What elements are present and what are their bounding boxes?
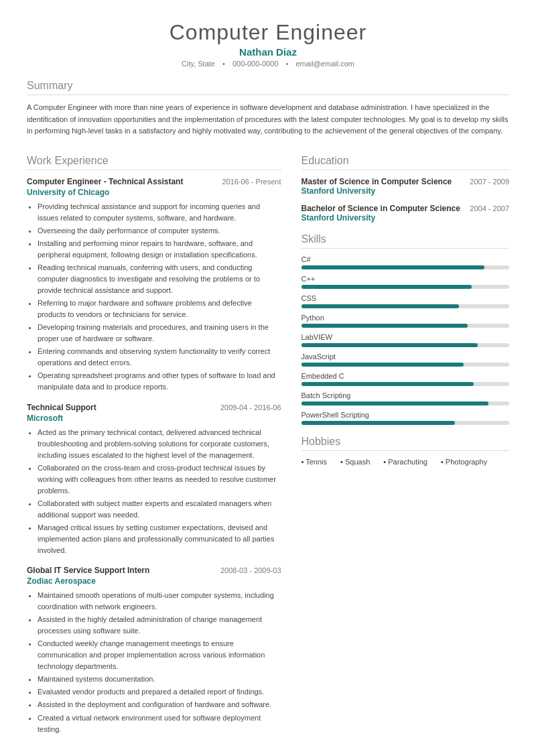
candidate-name: Nathan Diaz — [27, 46, 509, 58]
job-dates-1: 2016-06 - Present — [222, 178, 281, 186]
list-item: Managed critical issues by setting custo… — [38, 522, 281, 556]
skills-section: Skills C# C++ CSS Python LabVIEW — [302, 233, 510, 425]
job-title-1: Computer Engineer - Technical Assistant — [27, 177, 183, 186]
resume-header: Computer Engineer Nathan Diaz City, Stat… — [27, 20, 509, 68]
list-item: Maintained systems documentation. — [38, 674, 281, 685]
summary-section: Summary A Computer Engineer with more th… — [27, 80, 509, 137]
skill-row: LabVIEW — [302, 333, 510, 347]
skill-bar-bg — [302, 324, 510, 328]
job-dates-3: 2008-03 - 2009-03 — [220, 566, 281, 574]
skill-row: C++ — [302, 275, 510, 289]
skill-row: C# — [302, 255, 510, 269]
job-entry-1: Computer Engineer - Technical Assistant … — [27, 177, 281, 393]
job-dates-2: 2009-04 - 2016-06 — [220, 403, 281, 412]
skill-row: CSS — [302, 294, 510, 308]
edu-school-2: Stanford University — [302, 213, 510, 223]
job-bullets-2: Acted as the primary technical contact, … — [38, 427, 281, 557]
skill-bar-fill — [302, 265, 484, 269]
edu-header-1: Master of Science in Computer Science 20… — [302, 177, 510, 186]
summary-title: Summary — [27, 80, 509, 95]
skill-bar-fill — [302, 421, 456, 425]
skill-bar-fill — [302, 401, 488, 405]
skill-name: CSS — [302, 294, 510, 302]
list-item: Maintained smooth operations of multi-us… — [38, 590, 281, 613]
skill-bar-bg — [302, 265, 510, 269]
edu-school-1: Stanford University — [302, 186, 510, 196]
list-item: Developing training materials and proced… — [38, 322, 281, 344]
edu-entry-1: Master of Science in Computer Science 20… — [302, 177, 510, 196]
list-item: Created a virtual network environment us… — [38, 712, 281, 735]
list-item: Installing and performing minor repairs … — [38, 238, 281, 261]
list-item: Reading technical manuals, conferring wi… — [38, 262, 281, 296]
job-entry-2: Technical Support 2009-04 - 2016-06 Micr… — [27, 403, 281, 557]
hobby-item: Squash — [340, 458, 370, 466]
job-header-1: Computer Engineer - Technical Assistant … — [27, 177, 281, 186]
list-item: Overseeing the daily performance of comp… — [38, 225, 281, 237]
list-item: Evaluated vendor products and prepared a… — [38, 686, 281, 698]
job-company-3: Zodiac Aerospace — [27, 576, 281, 586]
skill-row: Python — [302, 314, 510, 328]
skill-row: PowerShell Scripting — [302, 411, 510, 425]
edu-degree-1: Master of Science in Computer Science — [302, 177, 452, 186]
left-column: Work Experience Computer Engineer - Tech… — [27, 144, 281, 745]
skill-bar-bg — [302, 363, 510, 367]
list-item: Collaborated with subject matter experts… — [38, 498, 281, 521]
list-item: Collaborated on the cross-team and cross… — [38, 462, 281, 497]
skills-title: Skills — [302, 233, 510, 249]
list-item: Assisted in the deployment and configura… — [38, 699, 281, 710]
hobby-item: Parachuting — [383, 458, 427, 466]
skill-row: Batch Scripting — [302, 391, 510, 405]
list-item: Assisted in the highly detailed administ… — [38, 614, 281, 637]
edu-dates-2: 2004 - 2007 — [470, 204, 509, 212]
skill-name: Python — [302, 314, 510, 322]
hobby-item: Photography — [441, 458, 487, 466]
list-item: Conducted weekly change management meeti… — [38, 638, 281, 672]
job-title-3: Global IT Service Support Intern — [27, 566, 149, 575]
skill-bar-bg — [302, 421, 510, 425]
two-column-layout: Work Experience Computer Engineer - Tech… — [27, 144, 509, 745]
skill-name: JavaScript — [302, 353, 510, 361]
email: email@email.com — [295, 60, 354, 68]
skill-bar-bg — [302, 382, 510, 386]
skill-name: C# — [302, 255, 510, 263]
work-experience-title: Work Experience — [27, 155, 281, 170]
list-item: Providing technical assistance and suppo… — [38, 201, 281, 224]
job-header-2: Technical Support 2009-04 - 2016-06 — [27, 403, 281, 412]
skill-bar-fill — [302, 324, 468, 328]
skills-list: C# C++ CSS Python LabVIEW Java — [302, 255, 510, 425]
skill-name: C++ — [302, 275, 510, 283]
edu-degree-2: Bachelor of Science in Computer Science — [302, 204, 460, 213]
phone: 000-000-0000 — [232, 60, 279, 68]
job-company-2: Microsoft — [27, 414, 281, 423]
skill-bar-bg — [302, 401, 510, 405]
list-item: Referring to major hardware and software… — [38, 298, 281, 320]
list-item: Entering commands and observing system f… — [38, 346, 281, 369]
edu-header-2: Bachelor of Science in Computer Science … — [302, 204, 510, 213]
list-item: Operating spreadsheet programs and other… — [38, 370, 281, 393]
education-section: Education Master of Science in Computer … — [302, 155, 510, 223]
skill-bar-fill — [302, 304, 460, 308]
job-title-2: Technical Support — [27, 403, 96, 412]
right-column: Education Master of Science in Computer … — [302, 144, 510, 745]
skill-bar-fill — [302, 343, 478, 347]
list-item: Acted as the primary technical contact, … — [38, 427, 281, 461]
edu-dates-1: 2007 - 2009 — [470, 178, 509, 186]
skill-name: Batch Scripting — [302, 391, 510, 399]
summary-text: A Computer Engineer with more than nine … — [27, 102, 509, 137]
hobbies-title: Hobbies — [302, 436, 510, 451]
skill-bar-fill — [302, 382, 474, 386]
job-header-3: Global IT Service Support Intern 2008-03… — [27, 566, 281, 575]
separator2: • — [286, 60, 289, 68]
skill-bar-fill — [302, 285, 472, 289]
skill-name: Embedded C — [302, 372, 510, 380]
job-company-1: University of Chicago — [27, 188, 281, 197]
contact-info: City, State • 000-000-0000 • email@email… — [27, 60, 509, 68]
hobby-item: Tennis — [302, 458, 328, 466]
skill-name: LabVIEW — [302, 333, 510, 341]
job-title-heading: Computer Engineer — [27, 20, 509, 45]
job-entry-3: Global IT Service Support Intern 2008-03… — [27, 566, 281, 735]
edu-entry-2: Bachelor of Science in Computer Science … — [302, 204, 510, 223]
hobbies-list: TennisSquashParachutingPhotography — [302, 458, 510, 466]
hobbies-section: Hobbies TennisSquashParachutingPhotograp… — [302, 436, 510, 466]
location: City, State — [182, 60, 215, 68]
